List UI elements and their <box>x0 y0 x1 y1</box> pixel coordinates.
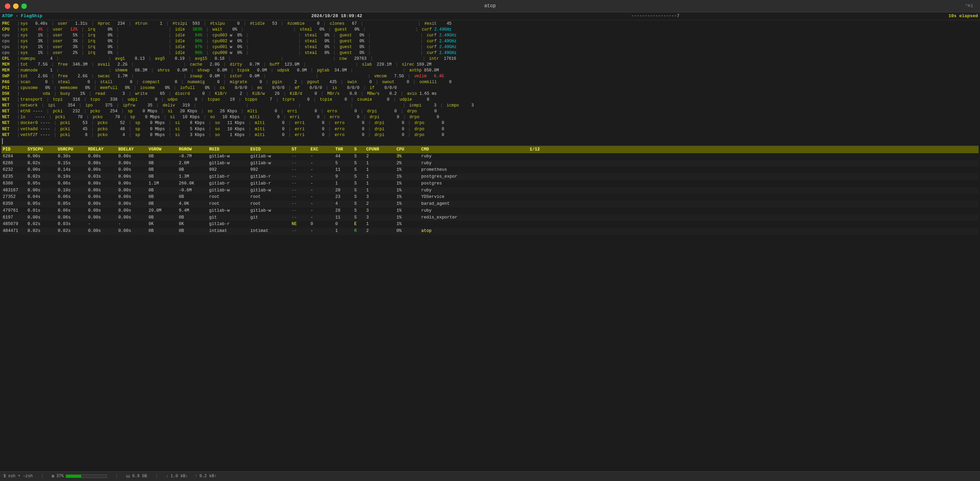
syscpu-cell: 0.00s <box>27 187 58 194</box>
exc-cell: - <box>310 174 335 180</box>
euid-cell: gitlab-w <box>250 154 291 160</box>
col-exc: EXC <box>310 147 335 152</box>
minimize-button[interactable] <box>13 3 19 9</box>
net-label-1: NET <box>2 97 16 103</box>
exc-cell: - <box>310 187 335 194</box>
process-rows: 6284 0.00s 0.30s 0.00s 0.00s 0B -0.7M gi… <box>2 153 978 235</box>
shell-label: ssh • -zsh <box>8 473 33 479</box>
bdelay-cell: 0.00s <box>118 215 148 221</box>
cpu-cell: 1% <box>396 201 421 207</box>
syscpu-cell: 0.02s <box>27 221 58 227</box>
usrcpu-cell: 0.30s <box>58 154 88 160</box>
thr-cell: 5 <box>335 160 354 167</box>
ruid-cell: root <box>209 201 250 207</box>
cpu1-label: cpu <box>2 38 16 44</box>
st-cell: -- <box>291 201 310 207</box>
cpunr-cell: 1 <box>366 221 396 227</box>
thr-cell: 28 <box>335 187 354 194</box>
syscpu-cell: 0.05s <box>27 181 58 187</box>
euid-cell: gitlab-r <box>250 181 291 187</box>
vgrow-cell: 0B <box>148 174 179 180</box>
cpu2-row: cpu | sys 1% | user 3% | irq 0% | | idle… <box>2 44 978 50</box>
table-row: 6235 0.02s 0.10s 0.03s 0.00s 0B 1.3M git… <box>2 173 978 180</box>
col-vgrow: VGROW <box>148 147 179 152</box>
s-cell: S <box>354 194 366 200</box>
col-cpu: CPU <box>396 147 421 152</box>
net-up: 9.2 kB↑ <box>199 473 216 479</box>
pag-row: PAG | scan 0 | steal 0 | stall 0 | compa… <box>2 79 978 85</box>
vgrow-cell: 0B <box>148 160 179 167</box>
ruid-cell: gitlab-w <box>209 187 250 194</box>
bdelay-cell: 0.00s <box>118 181 148 187</box>
cmd-cell: ruby <box>421 187 977 194</box>
bdelay-cell: 0.00s <box>118 167 148 173</box>
pid-cell: 27352 <box>3 194 27 200</box>
process-table: PID SYSCPU USRCPU RDELAY BDELAY VGROW RG… <box>2 146 978 235</box>
euid-cell: gitlab-w <box>250 160 291 167</box>
exc-cell: - <box>310 167 335 173</box>
exc-cell: - <box>310 228 335 234</box>
col-syscpu: SYSCPU <box>27 147 58 152</box>
cmd-cell: postgres <box>421 181 977 187</box>
cmd-cell: atop <box>421 228 977 234</box>
cpu-cell: 1% <box>396 215 421 221</box>
net-transport-row: NET | transport | tcpi 316 | tcpo 338 | … <box>2 97 978 103</box>
cmd-cell: ruby <box>421 160 977 167</box>
cpunr-cell: 1 <box>366 167 396 173</box>
pid-cell: 6350 <box>3 201 27 207</box>
usrcpu-cell: 0.10s <box>58 174 88 180</box>
exc-cell: - <box>310 181 335 187</box>
cpu-bar <box>66 475 107 478</box>
net-vethf2f-row: NET | vethf2f ---- | pcki 8 | pcko 4 | s… <box>2 132 978 138</box>
syscpu-cell: 0.00s <box>27 154 58 160</box>
cmd-cell: ruby <box>421 208 977 214</box>
atop-dashes: -----------------7 <box>631 13 679 19</box>
net-label-7: NET <box>2 132 16 138</box>
terminal: atop ⌃⌘1 ATOP - FlagShip 2024/10/28 18:0… <box>0 0 980 481</box>
ruid-cell: gitlab-r <box>209 221 250 227</box>
net-label-5: NET <box>2 120 16 126</box>
syscpu-cell: 0.00s <box>27 167 58 173</box>
euid-cell <box>250 221 291 227</box>
st-cell: -- <box>291 215 310 221</box>
mem-row-2: MEM | numnode 1 | | shmem 88.3M | shrss … <box>2 68 978 73</box>
cpu-pct: 37% <box>56 473 64 479</box>
st-cell: -- <box>291 167 310 173</box>
bdelay-cell: 0.00s <box>118 228 148 234</box>
cpunr-cell: 3 <box>366 194 396 200</box>
exc-cell: - <box>310 194 335 200</box>
rdelay-cell: 0.00s <box>88 228 118 234</box>
cpu0-label: cpu <box>2 33 16 38</box>
cpu-cell: 1% <box>396 174 421 180</box>
rgrow-cell: 2.6M <box>179 160 209 167</box>
rgrow-cell: 0B <box>179 194 209 200</box>
table-row: 6197 0.00s 0.06s 0.00s 0.00s 0B 0B git g… <box>2 214 978 221</box>
syscpu-cell: 0.01s <box>27 208 58 214</box>
net-network-row: NET | network | ipi 354 | ipo 375 | ipfr… <box>2 103 978 109</box>
cpu-icon: ▣ <box>52 473 54 479</box>
thr-cell: 9 <box>335 174 354 180</box>
maximize-button[interactable] <box>21 3 27 9</box>
euid-cell: root <box>250 201 291 207</box>
close-button[interactable] <box>5 3 10 9</box>
syscpu-cell: 0.04s <box>27 194 58 200</box>
disk-info: 🖴 6.9 GB <box>126 473 147 479</box>
table-row: 27352 0.04s 0.06s 0.00s 0.00s 0B 0B root… <box>2 194 978 201</box>
rdelay-cell: - <box>88 221 118 227</box>
st-cell: -- <box>291 194 310 200</box>
mem-label-2: MEM <box>2 68 16 73</box>
pid-cell: 479761 <box>3 208 27 214</box>
rdelay-cell: 0.00s <box>88 215 118 221</box>
col-cmd: CMD 1/12 <box>421 147 977 152</box>
rdelay-cell: 0.00s <box>88 154 118 160</box>
window-controls <box>5 3 27 9</box>
vgrow-cell: 0B <box>148 194 179 200</box>
cpu-label: CPU <box>2 27 16 33</box>
pid-cell: 484471 <box>3 228 27 234</box>
rgrow-cell: 0B <box>179 167 209 173</box>
cpunr-cell: 2 <box>366 201 396 207</box>
table-row: 484471 0.02s 0.02s 0.00s 0.00s 0B 0B int… <box>2 228 978 235</box>
rdelay-cell: 0.00s <box>88 201 118 207</box>
cpu-cell: 1% <box>396 187 421 194</box>
cmd-cell: postgres_expor <box>421 174 977 180</box>
